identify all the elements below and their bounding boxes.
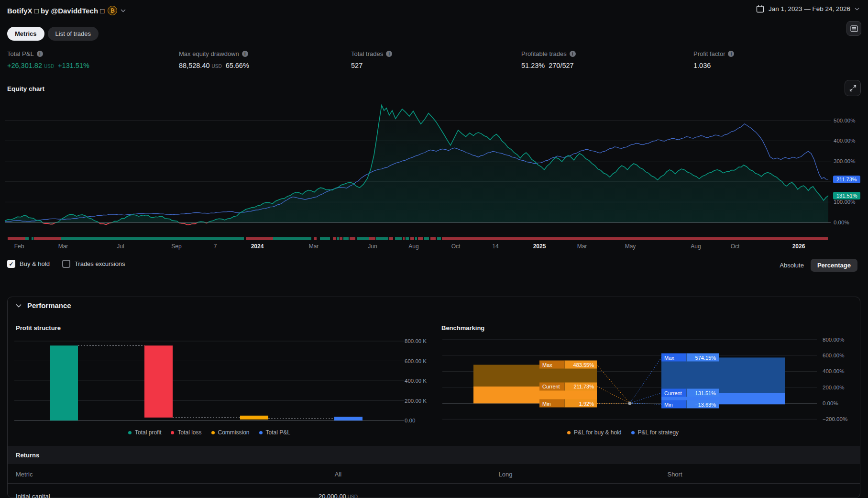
- info-icon[interactable]: i: [728, 51, 734, 57]
- chart-settings-button[interactable]: [846, 21, 861, 36]
- stat-label: Total trades: [351, 50, 383, 57]
- trade-period-win: [320, 237, 330, 240]
- legend-dot: [631, 431, 635, 434]
- range-label: Max: [539, 361, 564, 369]
- tab-list-of-trades[interactable]: List of trades: [48, 27, 99, 41]
- profit-y-axis-label: 600.00 K: [405, 358, 427, 364]
- trade-period-loss: [418, 237, 423, 240]
- info-icon[interactable]: i: [242, 51, 248, 57]
- equity-y-axis-label: 400.00%: [834, 138, 855, 144]
- returns-section-header: [8, 446, 860, 464]
- equity-x-tick: Mar: [309, 243, 319, 250]
- legend-dot: [567, 431, 571, 434]
- strategy-min-pill: Min−13.63%: [661, 400, 719, 409]
- column-header-short: Short: [667, 471, 682, 478]
- profit-structure-legend: Total profitTotal lossCommissionTotal P&…: [14, 429, 404, 436]
- legend-item: P&L for buy & hold: [567, 429, 622, 436]
- legend-dot: [171, 431, 174, 434]
- trades-excursions-checkbox[interactable]: Trades excursions: [62, 260, 125, 268]
- equity-x-tick: 2026: [792, 243, 805, 250]
- strategy-current-pill: Current131.51%: [661, 389, 719, 397]
- equity-y-axis-label: 500.00%: [834, 118, 855, 123]
- legend-item: Commission: [211, 429, 250, 436]
- trade-period-win: [25, 237, 29, 240]
- percentage-mode-button[interactable]: Percentage: [811, 259, 857, 272]
- buy-hold-max-pill: Max483.55%: [539, 361, 597, 369]
- trade-period-loss: [369, 237, 375, 240]
- range-value: −1.92%: [564, 399, 597, 408]
- benchmarking-title: Benchmarking: [441, 324, 484, 332]
- legend-label: P&L for strategy: [638, 429, 679, 436]
- profit-structure-title: Profit structure: [16, 324, 61, 332]
- currency-unit: USD: [348, 494, 358, 498]
- equity-x-tick: Jul: [117, 243, 124, 250]
- stat-label: Profit factor: [693, 50, 725, 57]
- equity-x-tick: May: [625, 243, 636, 250]
- range-value: 211.73%: [564, 382, 597, 390]
- strategy-value-badge: 131.51%: [833, 192, 860, 199]
- trade-period-loss: [403, 237, 405, 240]
- date-range-picker[interactable]: Jan 1, 2023 — Feb 24, 2026: [756, 5, 859, 13]
- stat-value: +26,301.82USD+131.51%: [7, 62, 89, 69]
- expand-chart-button[interactable]: [845, 80, 861, 96]
- benchmark-y-axis-label: 200.00%: [823, 385, 844, 390]
- collapse-chevron-icon: [16, 304, 22, 308]
- trade-period-win: [337, 237, 339, 240]
- equity-x-tick: 7: [214, 243, 217, 250]
- strategy-area-fill: [5, 105, 828, 225]
- app-title-dropdown[interactable]: BotifyX □ by @DaviddTech □ ₿: [7, 6, 126, 15]
- equity-x-tick: Mar: [577, 243, 587, 250]
- stat-total-trades: Total tradesi527: [351, 50, 392, 69]
- trade-period-win: [385, 237, 388, 240]
- benchmark-y-axis-label: 800.00%: [823, 337, 844, 343]
- trades-excursions-label: Trades excursions: [75, 260, 125, 267]
- range-value: 483.55%: [564, 361, 597, 369]
- trade-period-loss: [389, 237, 393, 240]
- info-icon[interactable]: i: [570, 51, 576, 57]
- equity-x-tick: Aug: [408, 243, 418, 250]
- trade-period-win: [424, 237, 429, 240]
- performance-header[interactable]: Performance: [16, 301, 71, 310]
- legend-dot: [128, 431, 132, 434]
- range-label: Min: [661, 400, 686, 409]
- stat-max-equity-drawdown: Max equity drawdowni88,528.40USD65.66%: [179, 50, 249, 69]
- trade-period-win: [395, 237, 402, 240]
- info-icon[interactable]: i: [37, 51, 43, 57]
- buy-and-hold-checkbox[interactable]: ✓ Buy & hold: [7, 260, 50, 268]
- legend-label: P&L for buy & hold: [574, 429, 622, 436]
- tab-metrics[interactable]: Metrics: [7, 27, 44, 41]
- stat-label: Total P&L: [7, 50, 34, 57]
- stat-value: 527: [351, 62, 392, 69]
- menu-icon: [850, 25, 858, 32]
- trade-period-win: [273, 237, 311, 240]
- range-value: −13.63%: [686, 400, 719, 409]
- column-header-all: All: [335, 471, 341, 478]
- equity-x-tick: Aug: [691, 243, 701, 250]
- absolute-mode-button[interactable]: Absolute: [780, 262, 804, 269]
- trade-period-loss: [350, 237, 355, 240]
- column-header-metric: Metric: [16, 471, 33, 478]
- equity-y-axis-label: 100.00%: [834, 199, 855, 205]
- info-icon[interactable]: i: [386, 51, 392, 57]
- stat-profitable-trades: Profitable tradesi51.23%270/527: [521, 50, 576, 69]
- stat-value: 1.036: [693, 62, 734, 69]
- trade-period-win: [376, 237, 385, 240]
- legend-item: Total profit: [128, 429, 161, 436]
- equity-x-tick: Sep: [171, 243, 181, 250]
- legend-dot: [211, 431, 215, 434]
- column-header-long: Long: [499, 471, 513, 478]
- equity-x-tick: Oct: [451, 243, 461, 250]
- legend-label: Commission: [218, 429, 250, 436]
- range-label: Current: [539, 382, 564, 390]
- stat-value: 51.23%270/527: [521, 62, 576, 69]
- trade-period-win: [357, 237, 369, 240]
- range-value: 131.51%: [686, 389, 719, 397]
- benchmark-y-axis-label: 600.00%: [823, 353, 844, 358]
- trade-period-loss: [34, 237, 61, 240]
- value-mode-switch: Absolute Percentage: [780, 259, 857, 272]
- profit-y-axis-label: 400.00 K: [405, 378, 427, 384]
- checkbox-checked-icon: ✓: [7, 260, 15, 268]
- coin-icon: ₿: [108, 6, 117, 15]
- range-value: 574.15%: [686, 354, 719, 362]
- legend-label: Total P&L: [266, 429, 290, 436]
